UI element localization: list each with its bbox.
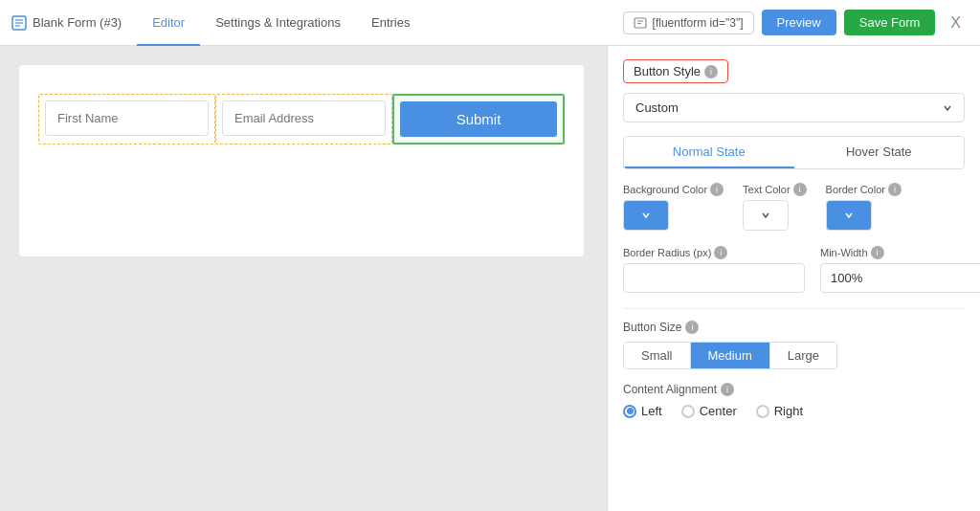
- form-canvas: Submit: [19, 65, 584, 256]
- settings-row: Border Radius (px) i Min-Width i: [623, 246, 965, 293]
- divider: [623, 308, 965, 309]
- min-width-info-icon[interactable]: i: [871, 246, 884, 259]
- align-left-label: Left: [641, 404, 662, 418]
- button-size-info-icon[interactable]: i: [685, 321, 699, 334]
- align-right-option[interactable]: Right: [756, 404, 803, 418]
- panel-content: Button Style i Custom Normal State Hover…: [608, 46, 980, 432]
- align-center-radio[interactable]: [681, 405, 695, 418]
- topbar-nav: Editor Settings & Integrations Entries: [137, 0, 425, 45]
- background-color-field: Background Color i: [623, 183, 724, 231]
- chevron-down-icon-text: [761, 211, 770, 220]
- content-alignment-label: Content Alignment i: [623, 383, 965, 396]
- brand-label: Blank Form (#3): [33, 15, 122, 30]
- size-medium-button[interactable]: Medium: [691, 343, 770, 368]
- nav-settings[interactable]: Settings & Integrations: [200, 1, 356, 46]
- nav-entries[interactable]: Entries: [356, 1, 425, 46]
- nav-editor[interactable]: Editor: [137, 1, 200, 46]
- text-color-picker[interactable]: [743, 200, 789, 231]
- align-left-option[interactable]: Left: [623, 404, 662, 418]
- align-left-radio[interactable]: [623, 405, 636, 418]
- first-name-input[interactable]: [45, 100, 209, 136]
- submit-field-wrap: Submit: [392, 94, 565, 144]
- tab-hover-state[interactable]: Hover State: [794, 137, 965, 168]
- brand-icon: [11, 15, 27, 31]
- align-right-radio[interactable]: [756, 405, 769, 418]
- button-style-info-icon[interactable]: i: [704, 65, 718, 78]
- email-input[interactable]: [222, 100, 386, 136]
- editor-area: Submit: [0, 46, 607, 511]
- text-color-info-icon[interactable]: i: [793, 183, 807, 196]
- custom-dropdown[interactable]: Custom: [623, 93, 965, 122]
- align-left-radio-inner: [627, 408, 634, 414]
- shortcode-icon: [634, 16, 647, 30]
- state-tabs: Normal State Hover State: [623, 136, 965, 169]
- border-color-picker[interactable]: [826, 200, 872, 231]
- size-large-button[interactable]: Large: [770, 343, 836, 368]
- chevron-down-icon: [943, 103, 952, 113]
- min-width-label: Min-Width i: [820, 246, 980, 259]
- border-color-field: Border Color i: [826, 183, 902, 231]
- background-color-label: Background Color i: [623, 183, 724, 196]
- size-small-button[interactable]: Small: [624, 343, 691, 368]
- alignment-options: Left Center Right: [623, 404, 965, 418]
- align-right-label: Right: [774, 404, 803, 418]
- border-radius-label: Border Radius (px) i: [623, 246, 805, 259]
- background-color-picker[interactable]: [623, 200, 669, 231]
- first-name-field-wrap: [38, 94, 215, 144]
- right-panel: Button Style i Custom Normal State Hover…: [607, 46, 980, 511]
- topbar-right: [fluentform id="3"] Preview Save Form X: [623, 10, 969, 35]
- alignment-info-icon[interactable]: i: [721, 383, 734, 396]
- size-buttons: Small Medium Large: [623, 342, 837, 369]
- text-color-field: Text Color i: [743, 183, 807, 231]
- save-button[interactable]: Save Form: [844, 10, 936, 35]
- chevron-down-icon-border: [844, 211, 854, 220]
- align-center-label: Center: [700, 404, 737, 418]
- email-field-wrap: [215, 94, 392, 144]
- button-style-header: Button Style i: [623, 59, 728, 83]
- bg-color-info-icon[interactable]: i: [710, 183, 724, 196]
- submit-button[interactable]: Submit: [400, 101, 557, 137]
- text-color-label: Text Color i: [743, 183, 807, 196]
- button-style-label: Button Style: [634, 64, 701, 78]
- button-size-label: Button Size i: [623, 321, 965, 334]
- preview-button[interactable]: Preview: [762, 10, 836, 35]
- tab-normal-state[interactable]: Normal State: [624, 137, 794, 168]
- custom-dropdown-value: Custom: [635, 100, 679, 115]
- chevron-down-icon-bg: [641, 211, 651, 220]
- main-layout: Submit Button Style i Custom Normal Stat…: [0, 46, 980, 511]
- border-radius-field: Border Radius (px) i: [623, 246, 805, 293]
- color-row: Background Color i Text Color i: [623, 183, 965, 231]
- border-color-label: Border Color i: [826, 183, 902, 196]
- topbar: Blank Form (#3) Editor Settings & Integr…: [0, 0, 980, 46]
- min-width-input[interactable]: [820, 263, 980, 293]
- align-center-option[interactable]: Center: [681, 404, 737, 418]
- close-button[interactable]: X: [943, 11, 969, 35]
- border-radius-input[interactable]: [623, 263, 805, 293]
- shortcode-text: [fluentform id="3"]: [653, 16, 744, 30]
- brand: Blank Form (#3): [11, 15, 137, 31]
- min-width-field: Min-Width i: [820, 246, 980, 293]
- shortcode-box[interactable]: [fluentform id="3"]: [623, 11, 754, 34]
- form-row: Submit: [38, 94, 565, 144]
- border-radius-info-icon[interactable]: i: [714, 246, 727, 259]
- border-color-info-icon[interactable]: i: [888, 183, 902, 196]
